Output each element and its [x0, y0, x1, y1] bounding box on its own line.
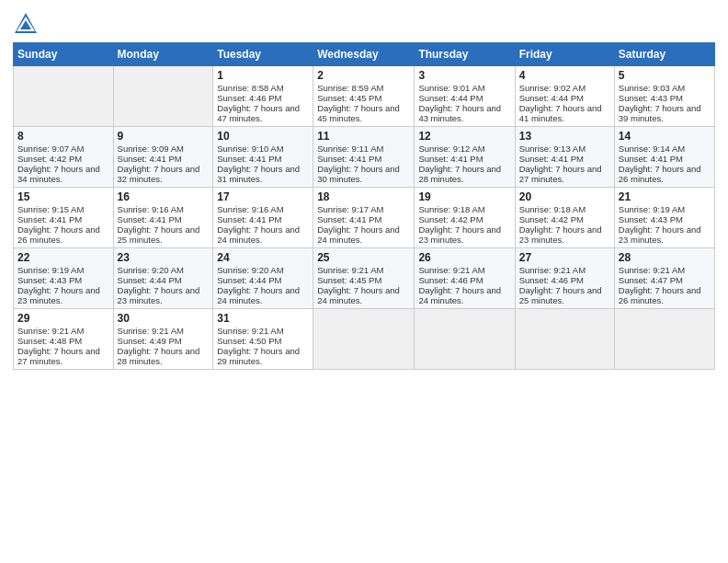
sunrise-text: Sunrise: 9:10 AM [217, 144, 283, 154]
daylight-text: Daylight: 7 hours and 29 minutes. [217, 346, 300, 366]
sunset-text: Sunset: 4:43 PM [17, 275, 82, 285]
day-number: 30 [118, 312, 210, 325]
sunrise-text: Sunrise: 9:13 AM [519, 144, 586, 154]
day-number: 23 [118, 251, 210, 264]
day-number: 18 [317, 190, 410, 203]
daylight-text: Daylight: 7 hours and 23 minutes. [17, 285, 100, 305]
sunrise-text: Sunrise: 9:20 AM [217, 265, 283, 275]
sunset-text: Sunset: 4:49 PM [118, 336, 182, 346]
day-number: 26 [418, 251, 510, 264]
day-number: 1 [217, 69, 309, 82]
calendar-week-row: 15 Sunrise: 9:15 AM Sunset: 4:41 PM Dayl… [14, 188, 715, 248]
sunrise-text: Sunrise: 9:21 AM [619, 265, 685, 275]
day-number: 10 [217, 130, 309, 143]
day-number: 4 [519, 69, 610, 82]
day-number: 16 [118, 190, 210, 203]
day-number: 24 [217, 251, 309, 264]
daylight-text: Daylight: 7 hours and 24 minutes. [317, 285, 400, 305]
sunset-text: Sunset: 4:41 PM [217, 214, 281, 224]
weekday-header: Sunday [14, 43, 114, 66]
calendar-cell [313, 309, 415, 370]
sunset-text: Sunset: 4:41 PM [317, 214, 381, 224]
sunset-text: Sunset: 4:47 PM [619, 275, 683, 285]
sunrise-text: Sunrise: 9:16 AM [217, 204, 283, 214]
daylight-text: Daylight: 7 hours and 24 minutes. [217, 285, 300, 305]
sunrise-text: Sunrise: 9:21 AM [118, 326, 184, 336]
sunrise-text: Sunrise: 8:59 AM [317, 83, 383, 93]
daylight-text: Daylight: 7 hours and 24 minutes. [418, 285, 501, 305]
calendar-cell: 31 Sunrise: 9:21 AM Sunset: 4:50 PM Dayl… [213, 309, 313, 370]
calendar-cell: 11 Sunrise: 9:11 AM Sunset: 4:41 PM Dayl… [313, 127, 415, 188]
logo [13, 9, 42, 37]
calendar-cell: 16 Sunrise: 9:16 AM Sunset: 4:41 PM Dayl… [113, 188, 213, 248]
calendar-cell: 13 Sunrise: 9:13 AM Sunset: 4:41 PM Dayl… [515, 127, 614, 188]
sunrise-text: Sunrise: 9:18 AM [418, 204, 484, 214]
sunrise-text: Sunrise: 9:02 AM [519, 83, 586, 93]
calendar-cell [113, 66, 213, 127]
calendar-cell: 26 Sunrise: 9:21 AM Sunset: 4:46 PM Dayl… [415, 248, 515, 309]
weekday-header: Friday [515, 43, 614, 66]
calendar-cell: 28 Sunrise: 9:21 AM Sunset: 4:47 PM Dayl… [614, 248, 714, 309]
day-number: 2 [317, 69, 410, 82]
calendar-cell: 8 Sunrise: 9:07 AM Sunset: 4:42 PM Dayli… [14, 127, 114, 188]
sunset-text: Sunset: 4:41 PM [17, 214, 82, 224]
daylight-text: Daylight: 7 hours and 32 minutes. [118, 164, 200, 184]
calendar-cell: 23 Sunrise: 9:20 AM Sunset: 4:44 PM Dayl… [113, 248, 213, 309]
sunset-text: Sunset: 4:41 PM [118, 154, 182, 164]
daylight-text: Daylight: 7 hours and 31 minutes. [217, 164, 300, 184]
calendar-cell: 4 Sunrise: 9:02 AM Sunset: 4:44 PM Dayli… [515, 66, 614, 127]
sunset-text: Sunset: 4:42 PM [17, 154, 82, 164]
sunset-text: Sunset: 4:41 PM [217, 154, 281, 164]
calendar-cell: 1 Sunrise: 8:58 AM Sunset: 4:46 PM Dayli… [213, 66, 313, 127]
sunset-text: Sunset: 4:43 PM [619, 214, 683, 224]
daylight-text: Daylight: 7 hours and 41 minutes. [519, 103, 602, 123]
sunset-text: Sunset: 4:41 PM [418, 154, 483, 164]
calendar-cell: 2 Sunrise: 8:59 AM Sunset: 4:45 PM Dayli… [313, 66, 415, 127]
sunset-text: Sunset: 4:42 PM [418, 214, 483, 224]
daylight-text: Daylight: 7 hours and 23 minutes. [519, 224, 602, 245]
day-number: 31 [217, 312, 309, 325]
sunrise-text: Sunrise: 9:15 AM [17, 204, 84, 214]
weekday-header: Monday [113, 43, 213, 66]
sunrise-text: Sunrise: 9:17 AM [317, 204, 383, 214]
daylight-text: Daylight: 7 hours and 30 minutes. [317, 164, 400, 184]
weekday-header: Saturday [614, 43, 714, 66]
day-number: 28 [619, 251, 711, 264]
daylight-text: Daylight: 7 hours and 43 minutes. [418, 103, 501, 123]
day-number: 29 [17, 312, 109, 325]
sunset-text: Sunset: 4:42 PM [519, 214, 584, 224]
calendar-cell: 10 Sunrise: 9:10 AM Sunset: 4:41 PM Dayl… [213, 127, 313, 188]
sunset-text: Sunset: 4:45 PM [317, 275, 381, 285]
calendar-cell: 19 Sunrise: 9:18 AM Sunset: 4:42 PM Dayl… [415, 188, 515, 248]
day-number: 15 [17, 190, 109, 203]
daylight-text: Daylight: 7 hours and 23 minutes. [118, 285, 200, 305]
daylight-text: Daylight: 7 hours and 26 minutes. [17, 224, 100, 245]
day-number: 21 [619, 190, 711, 203]
sunset-text: Sunset: 4:41 PM [317, 154, 381, 164]
sunrise-text: Sunrise: 9:21 AM [17, 326, 84, 336]
daylight-text: Daylight: 7 hours and 28 minutes. [418, 164, 501, 184]
day-number: 22 [17, 251, 109, 264]
sunrise-text: Sunrise: 9:20 AM [118, 265, 184, 275]
calendar-cell: 3 Sunrise: 9:01 AM Sunset: 4:44 PM Dayli… [415, 66, 515, 127]
sunset-text: Sunset: 4:45 PM [317, 93, 381, 103]
calendar-cell: 22 Sunrise: 9:19 AM Sunset: 4:43 PM Dayl… [14, 248, 114, 309]
sunrise-text: Sunrise: 9:16 AM [118, 204, 184, 214]
daylight-text: Daylight: 7 hours and 27 minutes. [17, 346, 100, 366]
calendar-week-row: 29 Sunrise: 9:21 AM Sunset: 4:48 PM Dayl… [14, 309, 715, 370]
calendar-table: SundayMondayTuesdayWednesdayThursdayFrid… [13, 42, 715, 370]
calendar-header-row: SundayMondayTuesdayWednesdayThursdayFrid… [14, 43, 715, 66]
calendar-cell: 29 Sunrise: 9:21 AM Sunset: 4:48 PM Dayl… [14, 309, 114, 370]
sunset-text: Sunset: 4:41 PM [619, 154, 683, 164]
calendar-cell: 21 Sunrise: 9:19 AM Sunset: 4:43 PM Dayl… [614, 188, 714, 248]
sunset-text: Sunset: 4:43 PM [619, 93, 683, 103]
sunrise-text: Sunrise: 9:11 AM [317, 144, 383, 154]
sunrise-text: Sunrise: 9:19 AM [619, 204, 685, 214]
daylight-text: Daylight: 7 hours and 39 minutes. [619, 103, 701, 123]
day-number: 5 [619, 69, 711, 82]
day-number: 25 [317, 251, 410, 264]
calendar-cell: 20 Sunrise: 9:18 AM Sunset: 4:42 PM Dayl… [515, 188, 614, 248]
daylight-text: Daylight: 7 hours and 47 minutes. [217, 103, 300, 123]
calendar-cell: 30 Sunrise: 9:21 AM Sunset: 4:49 PM Dayl… [113, 309, 213, 370]
sunrise-text: Sunrise: 9:12 AM [418, 144, 484, 154]
